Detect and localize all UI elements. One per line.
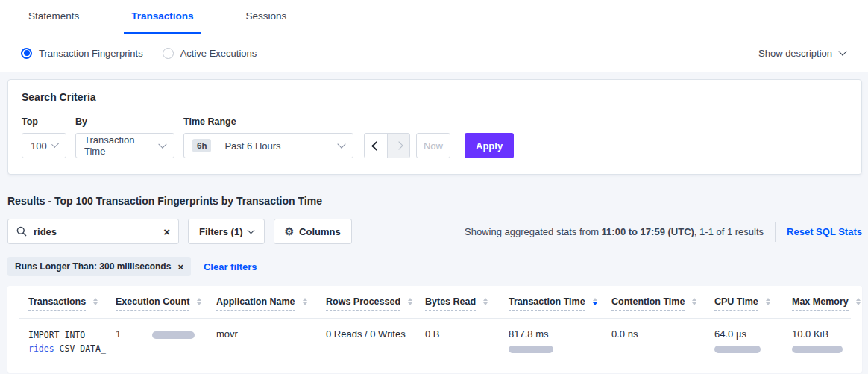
chevron-right-icon	[394, 141, 403, 149]
results-table: Transactions Execution Count Application…	[7, 286, 862, 373]
remove-filter-icon[interactable]: ×	[177, 262, 183, 272]
time-range-select[interactable]: 6h Past 6 Hours	[183, 133, 353, 158]
sort-icon[interactable]	[197, 298, 201, 305]
transaction-time-cell: 817.8 ms	[509, 328, 611, 353]
radio-selected-icon[interactable]	[21, 48, 32, 59]
max-memory-value: 10.0 KiB	[792, 328, 861, 340]
stats-summary: Showing aggregated stats from 11:00 to 1…	[465, 222, 862, 242]
sql-table-link[interactable]: rides	[28, 343, 54, 354]
execution-count-value: 1	[116, 328, 121, 340]
column-header-cpu-time: CPU Time	[714, 296, 792, 311]
stats-suffix: , 1-1 of 1 results	[694, 226, 764, 237]
cpu-time-bar	[714, 346, 761, 353]
sql-line-2-rest: CSV DATA_	[54, 343, 106, 354]
sort-icon[interactable]	[856, 298, 861, 305]
chevron-down-icon	[159, 140, 167, 148]
column-header-transactions: Transactions	[28, 296, 116, 311]
tab-sessions[interactable]: Sessions	[239, 0, 295, 34]
tab-transactions[interactable]: Transactions	[124, 0, 201, 34]
clear-filters-link[interactable]: Clear filters	[204, 261, 257, 272]
column-header-contention-time: Contention Time	[611, 296, 714, 311]
application-name-cell: movr	[216, 328, 326, 340]
radio-label: Active Executions	[180, 48, 257, 59]
max-memory-cell: 10.0 KiB	[792, 328, 861, 353]
show-description-toggle[interactable]: Show description	[758, 48, 846, 59]
chevron-left-icon	[371, 141, 381, 151]
sort-icon[interactable]	[483, 298, 488, 305]
column-header-max-memory: Max Memory	[792, 296, 861, 311]
search-criteria-title: Search Criteria	[22, 91, 848, 103]
row-divider	[19, 367, 851, 367]
column-header-label: CPU Time	[714, 296, 758, 311]
results-search-box[interactable]: ×	[7, 219, 179, 244]
sql-line-2: rides CSV DATA_	[28, 342, 116, 355]
tab-statements[interactable]: Statements	[21, 0, 87, 34]
clear-search-icon[interactable]: ×	[163, 226, 170, 237]
filter-pill: Runs Longer Than: 300 milliseconds ×	[7, 257, 191, 276]
execution-count-cell: 1	[116, 328, 216, 340]
search-input[interactable]	[34, 226, 157, 237]
by-select[interactable]: Transaction Time	[75, 133, 174, 158]
columns-button-label: Columns	[299, 226, 341, 237]
view-toggle-row: Transaction Fingerprints Active Executio…	[0, 34, 868, 72]
sort-icon[interactable]	[408, 298, 412, 305]
sort-icon[interactable]	[766, 298, 770, 305]
reset-sql-stats-link[interactable]: Reset SQL Stats	[787, 226, 862, 237]
radio-active-executions[interactable]: Active Executions	[163, 48, 257, 59]
sql-line-1: IMPORT INTO	[28, 328, 116, 342]
column-header-label: Execution Count	[116, 296, 189, 311]
time-nav-group	[364, 133, 410, 158]
chevron-down-icon	[838, 47, 846, 55]
radio-transaction-fingerprints[interactable]: Transaction Fingerprints	[21, 48, 143, 59]
top-label: Top	[22, 116, 66, 127]
transaction-time-value: 817.8 ms	[509, 328, 611, 340]
page-tabbar: Statements Transactions Sessions	[0, 0, 868, 34]
filter-pill-label: Runs Longer Than: 300 milliseconds	[15, 261, 171, 272]
bytes-read-cell: 0 B	[425, 328, 509, 340]
apply-button[interactable]: Apply	[465, 133, 514, 158]
time-range-label: Time Range	[183, 116, 353, 127]
max-memory-bar	[792, 346, 843, 353]
time-prev-button[interactable]	[365, 134, 387, 158]
columns-button[interactable]: ⚙ Columns	[274, 219, 352, 244]
time-range-value: Past 6 Hours	[224, 140, 333, 152]
time-range-badge: 6h	[192, 139, 211, 152]
filters-button[interactable]: Filters (1)	[188, 219, 265, 244]
by-label: By	[75, 116, 174, 127]
search-criteria-card: Search Criteria Top 100 By Transaction T…	[7, 79, 862, 175]
stats-time-range: 11:00 to 17:59 (UTC)	[602, 226, 694, 237]
cpu-time-value: 64.0 µs	[714, 328, 792, 340]
sort-icon[interactable]	[93, 298, 98, 305]
now-button[interactable]: Now	[416, 133, 450, 158]
by-select-value: Transaction Time	[84, 134, 154, 157]
table-row: IMPORT INTO rides CSV DATA_ 1 movr 0 Rea…	[7, 319, 862, 367]
sort-icon-active-desc[interactable]	[593, 298, 597, 305]
column-header-transaction-time: Transaction Time	[509, 296, 611, 311]
column-header-execution-count: Execution Count	[116, 296, 216, 311]
radio-unselected-icon[interactable]	[163, 48, 174, 59]
column-header-label: Max Memory	[792, 296, 849, 311]
transaction-fingerprint-cell[interactable]: IMPORT INTO rides CSV DATA_	[28, 328, 116, 355]
sort-icon[interactable]	[303, 298, 307, 305]
column-header-label: Transactions	[28, 296, 86, 311]
column-header-application-name: Application Name	[216, 296, 326, 311]
show-description-label: Show description	[758, 48, 832, 59]
cpu-time-cell: 64.0 µs	[714, 328, 792, 353]
results-controls-row: × Filters (1) ⚙ Columns Showing aggregat…	[7, 219, 862, 244]
transaction-time-bar	[509, 346, 553, 353]
filters-button-label: Filters (1)	[199, 226, 243, 237]
top-select[interactable]: 100	[22, 133, 66, 158]
column-header-label: Contention Time	[611, 296, 685, 311]
gear-icon: ⚙	[285, 226, 295, 237]
sort-icon[interactable]	[692, 298, 696, 305]
radio-label: Transaction Fingerprints	[39, 48, 143, 59]
execution-count-bar	[152, 331, 195, 339]
column-header-label: Transaction Time	[509, 296, 585, 311]
column-header-bytes-read: Bytes Read	[425, 296, 509, 311]
table-header-row: Transactions Execution Count Application…	[7, 286, 862, 318]
stats-prefix: Showing aggregated stats from	[465, 226, 602, 237]
rows-processed-cell: 0 Reads / 0 Writes	[326, 328, 425, 340]
chevron-down-icon	[247, 226, 254, 234]
search-icon	[16, 226, 27, 237]
time-next-button[interactable]	[387, 134, 409, 158]
